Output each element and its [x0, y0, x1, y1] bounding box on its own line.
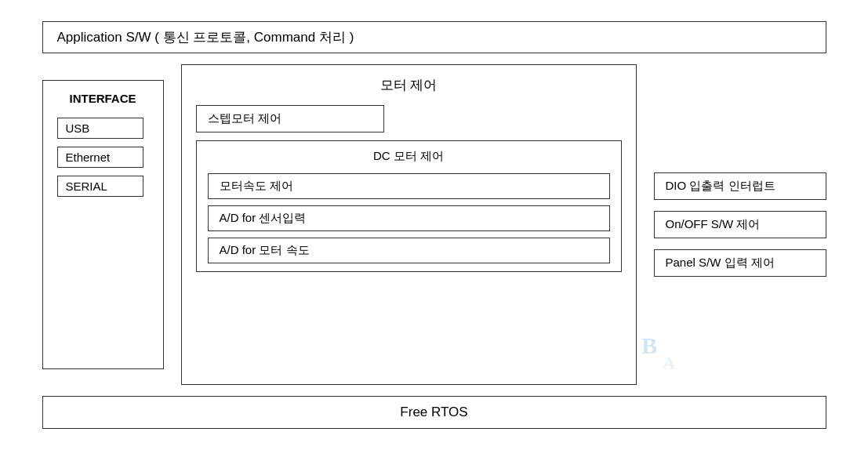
- middle-row: INTERFACE USB Ethernet SERIAL 모터 제어 스텝모터…: [42, 64, 826, 385]
- dc-motor-item-2: A/D for 모터 속도: [208, 238, 610, 263]
- motor-outer-box: 모터 제어 스텝모터 제어 DC 모터 제어 모터속도 제어 A/D for 센…: [181, 64, 637, 385]
- diagram: Application S/W ( 통신 프로토콜, Command 처리 ) …: [42, 21, 826, 429]
- interface-item-ethernet: Ethernet: [57, 147, 143, 168]
- rtos-label: Free RTOS: [400, 405, 467, 419]
- dc-motor-item-0: 모터속도 제어: [208, 173, 610, 199]
- svg-text:B: B: [641, 332, 657, 359]
- dc-motor-box: DC 모터 제어 모터속도 제어 A/D for 센서입력 A/D for 모터…: [196, 140, 622, 272]
- dc-motor-item-1: A/D for 센서입력: [208, 205, 610, 231]
- dio-item-2: Panel S/W 입력 제어: [654, 249, 826, 277]
- app-bar: Application S/W ( 통신 프로토콜, Command 처리 ): [42, 21, 826, 53]
- step-motor-label: 스텝모터 제어: [196, 105, 384, 132]
- rtos-bar: Free RTOS: [42, 396, 826, 429]
- dio-item-0: DIO 입출력 인터럽트: [654, 172, 826, 200]
- app-bar-label: Application S/W ( 통신 프로토콜, Command 처리 ): [57, 30, 354, 45]
- dc-motor-title: DC 모터 제어: [208, 149, 610, 164]
- interface-box: INTERFACE USB Ethernet SERIAL: [42, 80, 164, 368]
- interface-item-serial: SERIAL: [57, 176, 143, 197]
- motor-outer-title: 모터 제어: [196, 76, 622, 94]
- interface-item-usb: USB: [57, 118, 143, 139]
- interface-title: INTERFACE: [57, 92, 149, 105]
- svg-text:A: A: [662, 353, 676, 373]
- watermark: B A: [638, 319, 701, 382]
- dio-item-1: On/OFF S/W 제어: [654, 211, 826, 238]
